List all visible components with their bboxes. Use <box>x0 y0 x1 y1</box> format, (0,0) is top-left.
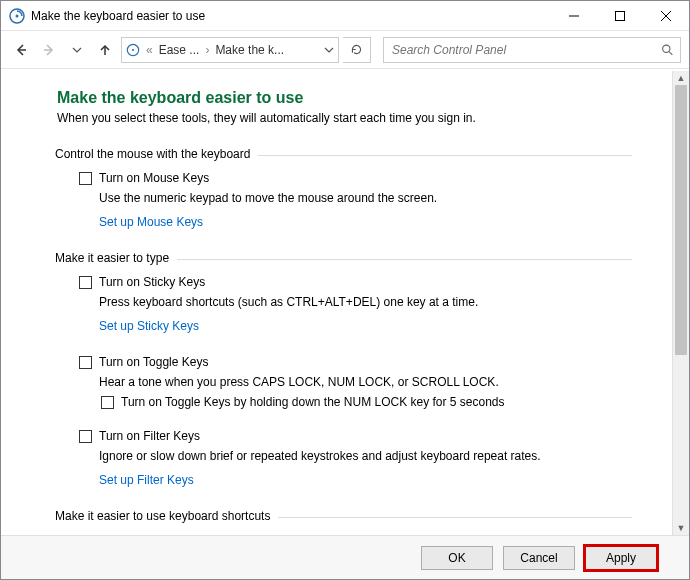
filter-keys-checkbox[interactable] <box>79 430 92 443</box>
cancel-button[interactable]: Cancel <box>503 546 575 570</box>
page-subtitle: When you select these tools, they will a… <box>57 111 632 125</box>
breadcrumb-current[interactable]: Make the k... <box>215 43 284 57</box>
vertical-scrollbar[interactable]: ▲ ▼ <box>672 71 689 535</box>
filter-keys-label[interactable]: Turn on Filter Keys <box>99 429 200 443</box>
scroll-down-icon[interactable]: ▼ <box>673 521 689 535</box>
back-button[interactable] <box>9 38 33 62</box>
mouse-keys-label[interactable]: Turn on Mouse Keys <box>99 171 209 185</box>
window-title: Make the keyboard easier to use <box>31 9 205 23</box>
scrollbar-thumb[interactable] <box>675 85 687 355</box>
address-dropdown-icon[interactable] <box>324 45 334 55</box>
toggle-keys-numlock-label[interactable]: Turn on Toggle Keys by holding down the … <box>121 395 505 409</box>
close-button[interactable] <box>643 1 689 31</box>
svg-line-12 <box>669 51 672 54</box>
address-bar[interactable]: « Ease ... › Make the k... <box>121 37 339 63</box>
titlebar: Make the keyboard easier to use <box>1 1 689 31</box>
ok-button[interactable]: OK <box>421 546 493 570</box>
maximize-button[interactable] <box>597 1 643 31</box>
sticky-keys-checkbox[interactable] <box>79 276 92 289</box>
apply-button[interactable]: Apply <box>585 546 657 570</box>
sticky-keys-label[interactable]: Turn on Sticky Keys <box>99 275 205 289</box>
setup-sticky-keys-link[interactable]: Set up Sticky Keys <box>99 319 632 333</box>
setup-mouse-keys-link[interactable]: Set up Mouse Keys <box>99 215 632 229</box>
forward-button[interactable] <box>37 38 61 62</box>
toggle-keys-label[interactable]: Turn on Toggle Keys <box>99 355 208 369</box>
toggle-keys-desc: Hear a tone when you press CAPS LOCK, NU… <box>99 375 632 389</box>
search-input[interactable] <box>384 38 680 62</box>
refresh-button[interactable] <box>343 37 371 63</box>
crumb-sep-icon: « <box>144 43 155 57</box>
footer: OK Cancel Apply <box>1 535 689 579</box>
group-shortcuts-label: Make it easier to use keyboard shortcuts <box>55 509 632 523</box>
svg-point-11 <box>663 45 670 52</box>
mouse-keys-checkbox[interactable] <box>79 172 92 185</box>
setup-filter-keys-link[interactable]: Set up Filter Keys <box>99 473 632 487</box>
mouse-keys-desc: Use the numeric keypad to move the mouse… <box>99 191 632 205</box>
svg-point-1 <box>16 14 19 17</box>
sticky-keys-desc: Press keyboard shortcuts (such as CTRL+A… <box>99 295 632 309</box>
toggle-keys-numlock-checkbox[interactable] <box>101 396 114 409</box>
chevron-right-icon: › <box>203 43 211 57</box>
page-title: Make the keyboard easier to use <box>57 89 632 107</box>
search-box[interactable] <box>383 37 681 63</box>
toggle-keys-checkbox[interactable] <box>79 356 92 369</box>
minimize-button[interactable] <box>551 1 597 31</box>
svg-rect-3 <box>616 11 625 20</box>
up-button[interactable] <box>93 38 117 62</box>
ease-of-access-icon <box>126 43 140 57</box>
content-area: Make the keyboard easier to use When you… <box>1 71 672 535</box>
app-icon <box>9 8 25 24</box>
navbar: « Ease ... › Make the k... <box>1 31 689 69</box>
search-icon[interactable] <box>661 43 674 56</box>
scroll-up-icon[interactable]: ▲ <box>673 71 689 85</box>
recent-locations-button[interactable] <box>65 38 89 62</box>
filter-keys-desc: Ignore or slow down brief or repeated ke… <box>99 449 632 463</box>
group-mouse-label: Control the mouse with the keyboard <box>55 147 632 161</box>
breadcrumb-parent[interactable]: Ease ... <box>159 43 200 57</box>
svg-point-10 <box>132 48 134 50</box>
group-type-label: Make it easier to type <box>55 251 632 265</box>
